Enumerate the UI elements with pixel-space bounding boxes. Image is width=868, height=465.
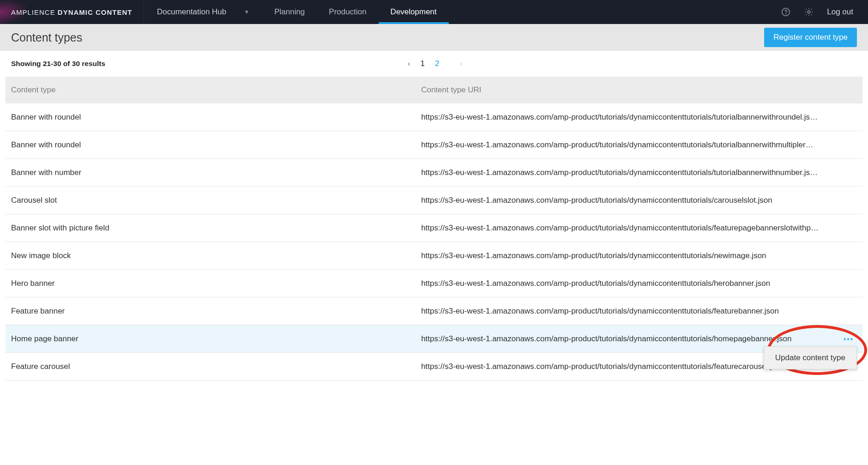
table-row[interactable]: Feature carouselhttps://s3-eu-west-1.ama… xyxy=(6,353,862,380)
tab-planning-label: Planning xyxy=(274,7,305,17)
update-content-type-menuitem[interactable]: Update content type xyxy=(775,353,845,362)
pagination: ‹ 12 › xyxy=(408,59,462,68)
row-uri: https://s3-eu-west-1.amazonaws.com/amp-p… xyxy=(421,223,862,233)
row-name: Hero banner xyxy=(6,279,421,288)
table-row[interactable]: Carousel slothttps://s3-eu-west-1.amazon… xyxy=(6,187,862,214)
tab-planning[interactable]: Planning xyxy=(262,0,317,24)
row-name: Banner with roundel xyxy=(6,140,421,150)
row-name: Banner with number xyxy=(6,168,421,177)
row-name: Banner with roundel xyxy=(6,113,421,122)
row-uri: https://s3-eu-west-1.amazonaws.com/amp-p… xyxy=(421,334,862,344)
gear-icon[interactable] xyxy=(804,7,814,17)
row-uri: https://s3-eu-west-1.amazonaws.com/amp-p… xyxy=(421,251,862,260)
register-content-type-button[interactable]: Register content type xyxy=(764,28,857,47)
brand-part2: DYNAMIC CONTENT xyxy=(58,8,133,16)
svg-point-1 xyxy=(786,14,786,14)
table-body: Banner with roundelhttps://s3-eu-west-1.… xyxy=(6,103,862,380)
tab-development[interactable]: Development xyxy=(379,0,449,24)
svg-point-2 xyxy=(808,11,811,13)
column-header-uri: Content type URI xyxy=(421,85,862,95)
row-uri: https://s3-eu-west-1.amazonaws.com/amp-p… xyxy=(421,307,862,316)
row-uri: https://s3-eu-west-1.amazonaws.com/amp-p… xyxy=(421,113,862,122)
page-next[interactable]: › xyxy=(460,59,463,68)
row-name: Banner slot with picture field xyxy=(6,223,421,233)
table-row[interactable]: Banner with numberhttps://s3-eu-west-1.a… xyxy=(6,159,862,187)
table-row[interactable]: New image blockhttps://s3-eu-west-1.amaz… xyxy=(6,242,862,270)
row-name: Carousel slot xyxy=(6,196,421,205)
row-uri: https://s3-eu-west-1.amazonaws.com/amp-p… xyxy=(421,279,862,288)
table-header: Content type Content type URI xyxy=(6,77,862,103)
row-name: Feature carousel xyxy=(6,362,421,371)
logout-link[interactable]: Log out xyxy=(827,7,853,17)
hub-selector-label: Documentation Hub xyxy=(157,7,226,17)
brand-area: AMPLIENCE DYNAMIC CONTENT xyxy=(0,0,144,24)
nav-tabs: Planning Production Development xyxy=(262,0,449,24)
table-row[interactable]: Banner with roundelhttps://s3-eu-west-1.… xyxy=(6,103,862,131)
table-row[interactable]: Banner slot with picture fieldhttps://s3… xyxy=(6,214,862,242)
row-name: Home page banner xyxy=(6,334,421,344)
table-row[interactable]: Banner with roundelhttps://s3-eu-west-1.… xyxy=(6,131,862,159)
hub-selector[interactable]: Documentation Hub ▼ xyxy=(144,7,262,17)
table-row[interactable]: Home page bannerhttps://s3-eu-west-1.ama… xyxy=(6,325,862,353)
row-uri: https://s3-eu-west-1.amazonaws.com/amp-p… xyxy=(421,168,862,177)
top-bar: AMPLIENCE DYNAMIC CONTENT Documentation … xyxy=(0,0,868,24)
tab-production-label: Production xyxy=(329,7,366,17)
page-header: Content types Register content type xyxy=(0,24,868,51)
row-name: Feature banner xyxy=(6,307,421,316)
table-row[interactable]: Hero bannerhttps://s3-eu-west-1.amazonaw… xyxy=(6,270,862,297)
page-1[interactable]: 1 xyxy=(421,59,425,68)
row-uri: https://s3-eu-west-1.amazonaws.com/amp-p… xyxy=(421,140,862,150)
tab-production[interactable]: Production xyxy=(317,0,378,24)
help-icon[interactable] xyxy=(781,7,791,17)
brand-part1: AMPLIENCE xyxy=(11,8,58,16)
results-count: Showing 21-30 of 30 results xyxy=(11,60,105,68)
page-prev[interactable]: ‹ xyxy=(408,59,410,68)
row-name: New image block xyxy=(6,251,421,260)
caret-down-icon: ▼ xyxy=(244,9,249,15)
row-context-menu: Update content type xyxy=(764,346,857,369)
brand-logo: AMPLIENCE DYNAMIC CONTENT xyxy=(11,8,133,16)
row-actions-icon[interactable]: ⋯ xyxy=(843,333,854,345)
list-toolbar: Showing 21-30 of 30 results ‹ 12 › xyxy=(6,51,862,77)
content-area: Showing 21-30 of 30 results ‹ 12 › Conte… xyxy=(0,51,868,380)
page-2[interactable]: 2 xyxy=(435,59,439,68)
tab-development-label: Development xyxy=(391,7,437,17)
table-row[interactable]: Feature bannerhttps://s3-eu-west-1.amazo… xyxy=(6,297,862,325)
topbar-right: Log out xyxy=(781,7,868,17)
page-title: Content types xyxy=(11,31,82,44)
column-header-name: Content type xyxy=(6,85,421,95)
row-uri: https://s3-eu-west-1.amazonaws.com/amp-p… xyxy=(421,196,862,205)
